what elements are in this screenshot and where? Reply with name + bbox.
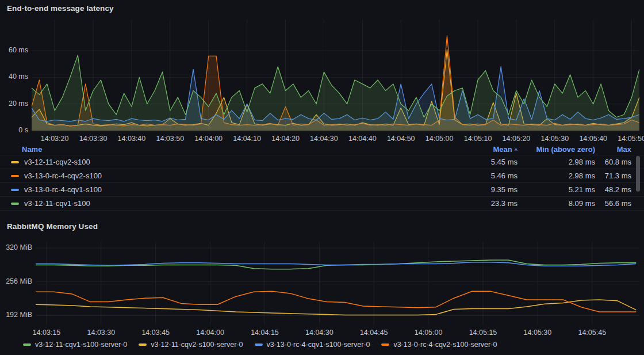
x-axis-label: 14:04:20 (271, 135, 300, 143)
table-row: v3-13-0-rc-4-cqv2-s1005.46 ms2.98 ms71.3… (0, 169, 644, 183)
y-axis-label: 256 MiB (0, 277, 32, 286)
y-axis-label: 60 ms (0, 46, 28, 55)
x-axis-label: 14:04:30 (310, 135, 338, 143)
x-axis-label: 14:05:45 (578, 329, 606, 337)
chart-canvas[interactable] (32, 20, 639, 131)
y-axis-label: 192 MiB (0, 311, 32, 319)
x-axis-label: 14:05:30 (524, 329, 552, 337)
mean-value: 9.35 ms (437, 185, 518, 194)
legend-item[interactable]: v3-13-0-rc-4-cqv2-s100-server-0 (381, 341, 497, 349)
x-axis-label: 14:04:45 (360, 329, 388, 337)
x-axis-label: 14:04:30 (305, 329, 334, 337)
column-header-min[interactable]: Min (above zero) (518, 145, 595, 154)
legend-table: Name Mean^ Min (above zero) Max v3-12-11… (0, 143, 644, 211)
x-axis-label: 14:05:10 (464, 135, 492, 143)
legend-item-label: v3-13-0-rc-4-cqv2-s100-server-0 (393, 341, 497, 349)
series-name: v3-13-0-rc-4-cqv2-s100 (24, 171, 102, 180)
series-color-swatch (23, 343, 31, 346)
series-name-cell[interactable]: v3-12-11-cqv2-s100 (11, 158, 437, 166)
legend-item[interactable]: v3-13-0-rc-4-cqv1-s100-server-0 (255, 341, 370, 349)
x-axis-label: 14:05:50 (618, 135, 644, 143)
y-axis-label: 320 MiB (0, 243, 32, 252)
series-name: v3-12-11-cqv2-s100 (24, 158, 90, 166)
legend-item-label: v3-12-11-cqv2-s100-server-0 (151, 341, 243, 349)
y-axis-label: 20 ms (0, 100, 28, 108)
memory-chart-legend: v3-12-11-cqv1-s100-server-0v3-12-11-cqv2… (23, 341, 497, 349)
min-value: 2.98 ms (518, 158, 595, 166)
mean-value: 5.45 ms (437, 158, 518, 166)
series-name-cell[interactable]: v3-13-0-rc-4-cqv1-s100 (11, 185, 437, 194)
table-row: v3-13-0-rc-4-cqv1-s1009.35 ms5.21 ms48.2… (0, 183, 644, 197)
y-axis-label: 0 s (0, 126, 28, 135)
x-axis-label: 14:04:10 (233, 135, 261, 143)
series-name: v3-13-0-rc-4-cqv1-s100 (24, 185, 102, 194)
legend-table-header: Name Mean^ Min (above zero) Max (0, 143, 644, 155)
legend-item[interactable]: v3-12-11-cqv1-s100-server-0 (23, 341, 127, 349)
y-axis-label: 40 ms (0, 72, 28, 81)
series-line[interactable] (36, 291, 636, 312)
x-axis-label: 14:05:15 (469, 329, 497, 337)
x-axis-label: 14:03:50 (156, 135, 184, 143)
max-value: 60.8 ms (595, 158, 631, 166)
panel-title-latency: End-to-end message latency (7, 4, 114, 13)
legend-table-body: v3-12-11-cqv2-s1005.45 ms2.98 ms60.8 msv… (0, 155, 644, 211)
x-axis-label: 14:04:00 (194, 135, 223, 143)
x-axis-label: 14:03:45 (141, 329, 170, 337)
min-value: 8.09 ms (518, 199, 595, 208)
column-header-max[interactable]: Max (595, 145, 631, 154)
x-axis-label: 14:03:40 (118, 135, 146, 143)
series-name-cell[interactable]: v3-13-0-rc-4-cqv2-s100 (11, 171, 437, 180)
legend-item-label: v3-12-11-cqv1-s100-server-0 (35, 341, 127, 349)
chart-canvas[interactable] (36, 242, 639, 325)
series-color-swatch (11, 175, 19, 177)
x-axis-label: 14:05:20 (503, 135, 531, 143)
max-value: 56.6 ms (595, 199, 631, 208)
column-header-mean[interactable]: Mean^ (437, 145, 518, 154)
series-color-swatch (139, 343, 147, 346)
series-color-swatch (381, 343, 389, 346)
x-axis-label: 14:04:40 (348, 135, 377, 143)
legend-item[interactable]: v3-12-11-cqv2-s100-server-0 (139, 341, 243, 349)
x-axis-label: 14:05:00 (415, 329, 443, 337)
series-name-cell[interactable]: v3-12-11-cqv1-s100 (11, 199, 437, 208)
table-row: v3-12-11-cqv1-s10023.3 ms8.09 ms56.6 ms (0, 197, 644, 211)
x-axis-label: 14:05:40 (579, 135, 607, 143)
series-name: v3-12-11-cqv1-s100 (24, 199, 90, 208)
min-value: 2.98 ms (518, 171, 595, 180)
column-header-name[interactable]: Name (22, 145, 437, 154)
x-axis-label: 14:04:50 (387, 135, 415, 143)
series-color-swatch (11, 161, 19, 163)
x-axis-label: 14:03:30 (87, 329, 116, 337)
series-color-swatch (11, 203, 19, 205)
x-axis-label: 14:04:15 (251, 329, 279, 337)
table-scrollbar[interactable] (636, 156, 640, 192)
series-color-swatch (11, 189, 19, 191)
max-value: 71.3 ms (595, 171, 631, 180)
mean-value: 23.3 ms (437, 199, 518, 208)
mean-value: 5.46 ms (437, 171, 518, 180)
legend-item-label: v3-13-0-rc-4-cqv1-s100-server-0 (267, 341, 370, 349)
series-color-swatch (255, 343, 263, 346)
x-axis-label: 14:05:30 (540, 135, 569, 143)
x-axis-label: 14:03:15 (33, 329, 61, 337)
x-axis-label: 14:05:00 (425, 135, 454, 143)
x-axis-label: 14:03:30 (79, 135, 108, 143)
series-fill (32, 55, 639, 131)
x-axis-label: 14:04:00 (196, 329, 224, 337)
panel-title-rabbitmq-memory: RabbitMQ Memory Used (7, 222, 98, 231)
min-value: 5.21 ms (518, 185, 595, 194)
max-value: 48.2 ms (595, 185, 631, 194)
table-row: v3-12-11-cqv2-s1005.45 ms2.98 ms60.8 ms (0, 155, 644, 169)
x-axis-label: 14:03:20 (41, 135, 69, 143)
